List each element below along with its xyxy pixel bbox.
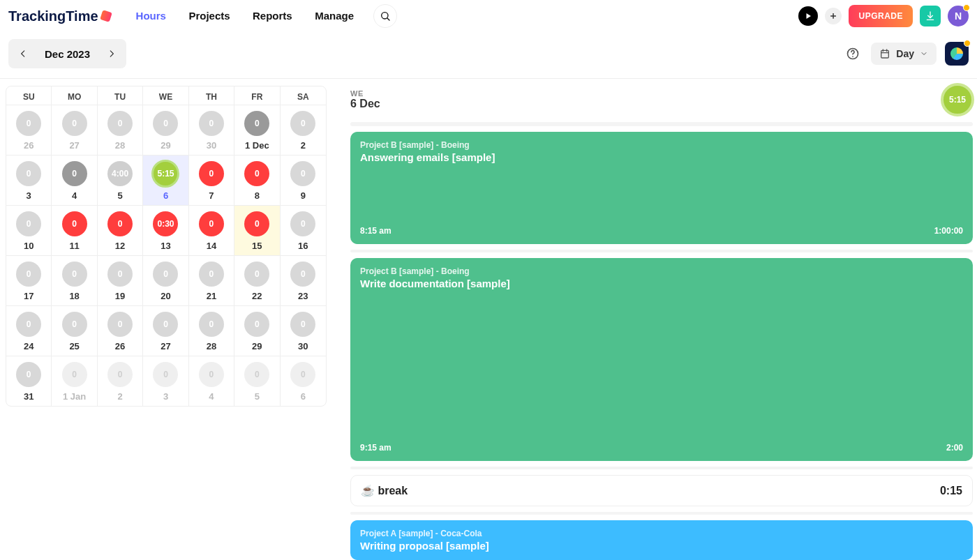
calendar-hours-badge: 0 <box>290 362 315 387</box>
calendar-cell[interactable]: 029 <box>234 306 280 356</box>
task-title: Write documentation [sample] <box>360 278 963 289</box>
calendar-cell[interactable]: 03 <box>6 156 52 205</box>
calendar-hours-badge: 0 <box>199 111 224 136</box>
brand-logo[interactable]: TrackingTime <box>8 8 111 24</box>
calendar-date-label: 2 <box>98 391 142 402</box>
calendar-date-label: 10 <box>6 241 51 251</box>
calendar-cell[interactable]: 011 <box>52 206 97 255</box>
calendar-hours-badge: 0 <box>199 362 224 387</box>
calendar-hours-badge: 0 <box>244 262 269 287</box>
calendar-cell[interactable]: 026 <box>98 306 143 356</box>
calendar-date-label: 5 <box>98 190 142 201</box>
calendar-date-label: 15 <box>234 241 279 251</box>
task-card[interactable]: Project B [sample] - BoeingWrite documen… <box>350 258 973 461</box>
calendar-cell[interactable]: 02 <box>281 105 326 155</box>
calendar-hours-badge: 0 <box>16 362 41 387</box>
calendar-date-label: 7 <box>189 190 234 201</box>
calendar-cell[interactable]: 015 <box>234 206 280 255</box>
calendar-cell[interactable]: 030 <box>189 105 234 155</box>
calendar-cell[interactable]: 020 <box>143 256 188 305</box>
task-duration: 2:00 <box>946 443 963 453</box>
separator <box>350 512 973 515</box>
calendar-hours-badge: 0 <box>290 262 315 287</box>
prev-month-button[interactable] <box>11 42 35 66</box>
calendar-hours-badge: 0 <box>244 211 269 236</box>
calendar-date-label: 22 <box>234 291 279 301</box>
calendar-date-label: 8 <box>234 190 279 201</box>
help-button[interactable] <box>843 44 863 63</box>
task-card[interactable]: Project B [sample] - BoeingAnswering ema… <box>350 132 973 244</box>
calendar-date-label: 31 <box>6 391 51 402</box>
calendar-date-label: 19 <box>98 291 142 301</box>
calendar-hours-badge: 0 <box>290 161 315 186</box>
calendar-cell[interactable]: 024 <box>6 306 52 356</box>
calendar-cell[interactable]: 0:3013 <box>143 206 188 255</box>
calendar-cell[interactable]: 022 <box>234 256 280 305</box>
calendar-cell[interactable]: 04 <box>52 156 97 205</box>
calendar-date-label: 4 <box>52 190 96 201</box>
calendar-cell[interactable]: 017 <box>6 256 52 305</box>
calendar-cell[interactable]: 05 <box>234 356 280 406</box>
calendar-cell[interactable]: 018 <box>52 256 97 305</box>
calendar-cell[interactable]: 027 <box>52 105 97 155</box>
next-month-button[interactable] <box>100 42 124 66</box>
calendar-cell[interactable]: 014 <box>189 206 234 255</box>
calendar-cell[interactable]: 09 <box>281 156 326 205</box>
calendar-cell[interactable]: 016 <box>281 206 326 255</box>
download-icon <box>925 10 936 22</box>
search-button[interactable] <box>373 4 397 28</box>
calendar-cell[interactable]: 07 <box>189 156 234 205</box>
month-calendar: SUMOTUWETHFRSA 02602702802903001 Dec0203… <box>6 86 327 407</box>
nav-projects[interactable]: Projects <box>188 10 230 22</box>
svg-rect-4 <box>881 50 889 58</box>
calendar-cell[interactable]: 5:156 <box>143 156 188 205</box>
nav-reports[interactable]: Reports <box>253 10 292 22</box>
calendar-cell[interactable]: 02 <box>98 356 143 406</box>
calendar-cell[interactable]: 025 <box>52 306 97 356</box>
nav-hours[interactable]: Hours <box>136 10 166 22</box>
view-selector-label: Day <box>896 48 914 59</box>
calendar-hours-badge: 0 <box>16 211 41 236</box>
add-entry-button[interactable]: ＋ <box>825 8 842 24</box>
calendar-cell[interactable]: 021 <box>189 256 234 305</box>
task-card[interactable]: Project A [sample] - Coca-ColaWriting pr… <box>350 520 973 560</box>
calendar-cell[interactable]: 031 <box>6 356 52 406</box>
calendar-hours-badge: 0 <box>16 262 41 287</box>
calendar-cell[interactable]: 010 <box>6 206 52 255</box>
calendar-cell[interactable]: 029 <box>143 105 188 155</box>
calendar-cell[interactable]: 04 <box>189 356 234 406</box>
pie-chart-icon <box>950 47 963 60</box>
calendar-cell[interactable]: 019 <box>98 256 143 305</box>
calendar-cell[interactable]: 027 <box>143 306 188 356</box>
upgrade-button[interactable]: UPGRADE <box>849 5 913 27</box>
calendar-cell[interactable]: 06 <box>281 356 326 406</box>
calendar-cell[interactable]: 023 <box>281 256 326 305</box>
calendar-hours-badge: 0 <box>244 312 269 337</box>
calendar-cell[interactable]: 01 Dec <box>234 105 280 155</box>
task-card[interactable]: ☕ break0:15 <box>350 475 973 506</box>
calendar-hours-badge: 0 <box>62 111 87 136</box>
calendar-cell[interactable]: 08 <box>234 156 280 205</box>
current-month-label: Dec 2023 <box>35 48 100 60</box>
calendar-hours-badge: 0 <box>107 111 133 136</box>
calendar-hours-badge: 0 <box>16 312 41 337</box>
calendar-cell[interactable]: 030 <box>281 306 326 356</box>
calendar-date-label: 30 <box>281 341 326 351</box>
nav-manage[interactable]: Manage <box>315 10 354 22</box>
calendar-cell[interactable]: 03 <box>143 356 188 406</box>
calendar-cell[interactable]: 028 <box>98 105 143 155</box>
calendar-cell[interactable]: 01 Jan <box>52 356 97 406</box>
calendar-cell[interactable]: 4:005 <box>98 156 143 205</box>
view-selector[interactable]: Day <box>871 43 937 65</box>
play-timer-button[interactable] <box>798 6 818 26</box>
calendar-icon <box>879 48 890 59</box>
user-avatar[interactable]: N <box>948 6 969 27</box>
calendar-cell[interactable]: 028 <box>189 306 234 356</box>
brand-text: TrackingTime <box>8 8 98 24</box>
calendar-hours-badge: 0 <box>244 111 269 136</box>
calendar-cell[interactable]: 012 <box>98 206 143 255</box>
analytics-button[interactable] <box>945 42 969 66</box>
download-button[interactable] <box>920 6 941 27</box>
chevron-left-icon <box>18 49 28 59</box>
calendar-cell[interactable]: 026 <box>6 105 52 155</box>
